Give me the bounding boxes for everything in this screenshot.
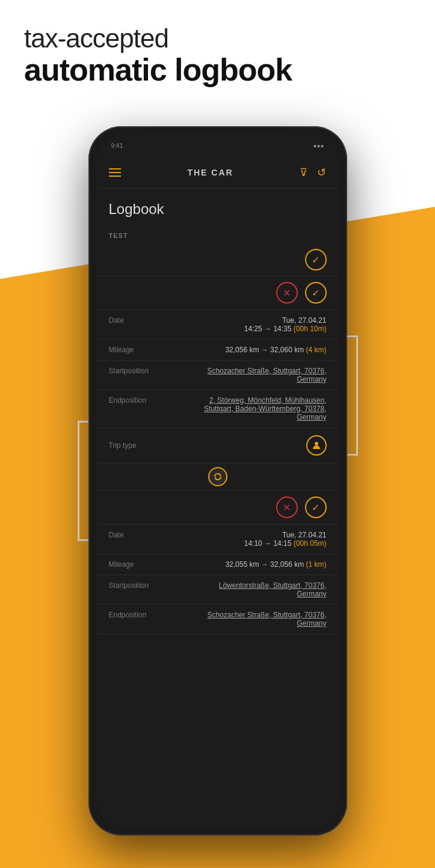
trip1-triptype-label: Trip type bbox=[109, 441, 163, 450]
refresh-icon[interactable]: ↺ bbox=[317, 166, 326, 179]
trip1-date-label: Date bbox=[109, 316, 163, 325]
hamburger-icon[interactable] bbox=[109, 168, 121, 177]
phone-mockup: 9:41 ●●● THE CAR ⊽ ↺ Logbook TEST bbox=[88, 126, 347, 836]
trip2-date-label: Date bbox=[109, 531, 163, 539]
trip2-start-value[interactable]: Löwentorstraße, Stuttgart, 70376, German… bbox=[194, 581, 327, 598]
trip1-start-value[interactable]: Schozacher Straße, Stuttgart, 70376, Ger… bbox=[194, 367, 327, 384]
trip1-end-row: Endposition 2, Störweg, Mönchfeld, Mühlh… bbox=[97, 390, 339, 428]
sync-divider bbox=[97, 463, 339, 491]
trip1-delete-btn[interactable]: ✕ bbox=[276, 282, 298, 304]
trip2-mileage-row: Mileage 32,055 km → 32,056 km (1 km) bbox=[97, 554, 339, 575]
trip1-actions: ✕ ✓ bbox=[97, 276, 339, 310]
trip1-top-confirm-btn[interactable]: ✓ bbox=[305, 249, 327, 270]
trip2-start-row: Startposition Löwentorstraße, Stuttgart,… bbox=[97, 575, 339, 605]
trip2-mileage-value: 32,055 km → 32,056 km (1 km) bbox=[225, 560, 326, 569]
section-label: TEST bbox=[97, 227, 339, 244]
trip1-start-row: Startposition Schozacher Straße, Stuttga… bbox=[97, 361, 339, 390]
status-bar: 9:41 ●●● bbox=[97, 135, 339, 156]
trip2-end-value[interactable]: Schozacher Straße, Stuttgart, 70376, Ger… bbox=[194, 611, 327, 628]
phone-screen: 9:41 ●●● THE CAR ⊽ ↺ Logbook TEST bbox=[97, 135, 339, 827]
header-icons: ⊽ ↺ bbox=[300, 166, 326, 179]
trip2-mileage-label: Mileage bbox=[109, 560, 163, 569]
trip1-date-row: Date Tue, 27.04.21 14:25 → 14:35 (00h 10… bbox=[97, 310, 339, 340]
filter-icon[interactable]: ⊽ bbox=[300, 166, 307, 179]
trip2-confirm-btn[interactable]: ✓ bbox=[305, 497, 327, 518]
trip2-end-label: Endposition bbox=[109, 611, 163, 619]
header-section: tax-accepted automatic logbook bbox=[0, 0, 435, 100]
trip1-confirm-btn[interactable]: ✓ bbox=[305, 282, 327, 304]
trip2-start-label: Startposition bbox=[109, 581, 163, 590]
trip1-mileage-row: Mileage 32,056 km → 32,060 km (4 km) bbox=[97, 340, 339, 361]
trip2-date-row: Date Tue, 27.04.21 14:10 → 14:15 (00h 05… bbox=[97, 525, 339, 554]
trip1-end-value[interactable]: 2, Störweg, Mönchfeld, Mühlhausen, Stutt… bbox=[194, 396, 327, 421]
trip1-person-icon[interactable] bbox=[306, 435, 327, 456]
tagline-light: tax-accepted bbox=[24, 24, 411, 53]
sync-icon bbox=[208, 467, 227, 486]
trip2-date-value: Tue, 27.04.21 14:10 → 14:15 (00h 05m) bbox=[244, 531, 327, 548]
trip1-date-value: Tue, 27.04.21 14:25 → 14:35 (00h 10m) bbox=[244, 316, 327, 333]
trip2-actions: ✕ ✓ bbox=[97, 491, 339, 525]
svg-point-0 bbox=[315, 442, 318, 445]
trip1-end-label: Endposition bbox=[109, 396, 163, 405]
app-content: Logbook TEST ✓ ✕ ✓ Date Tue, 27.04.21 14… bbox=[97, 189, 339, 646]
trip2-delete-btn[interactable]: ✕ bbox=[276, 497, 298, 518]
trip1-start-label: Startposition bbox=[109, 367, 163, 375]
phone-outer: 9:41 ●●● THE CAR ⊽ ↺ Logbook TEST bbox=[88, 126, 347, 836]
trip1-triptype-row: Trip type bbox=[97, 428, 339, 463]
trip1-mileage-value: 32,056 km → 32,060 km (4 km) bbox=[225, 346, 326, 354]
logbook-title: Logbook bbox=[97, 201, 339, 227]
trip1-mileage-label: Mileage bbox=[109, 346, 163, 354]
app-header: THE CAR ⊽ ↺ bbox=[97, 156, 339, 189]
app-title: THE CAR bbox=[187, 168, 233, 177]
trip2-end-row: Endposition Schozacher Straße, Stuttgart… bbox=[97, 605, 339, 634]
tagline-bold: automatic logbook bbox=[24, 53, 411, 87]
